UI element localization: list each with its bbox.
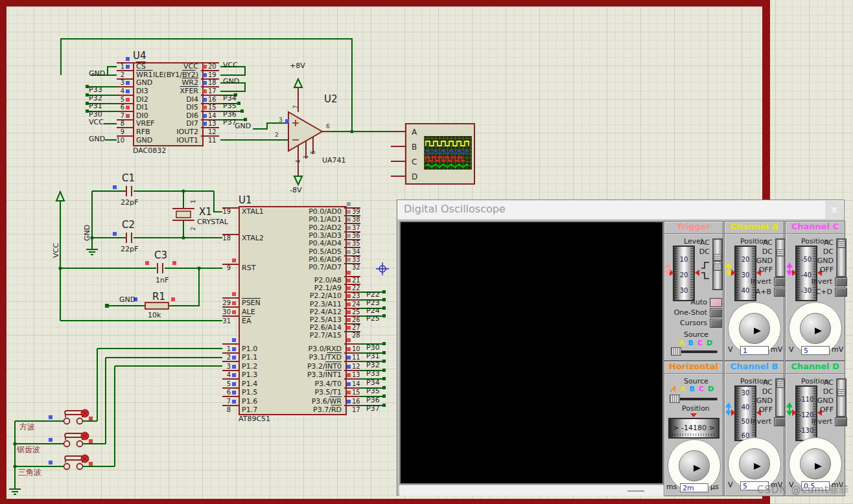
net-label: P23 (366, 299, 380, 307)
pin-label: P2.0/A8 (314, 276, 342, 284)
pin-number: 32 (352, 264, 360, 271)
pin-number: 7 (121, 112, 124, 119)
logic-state-square (347, 391, 351, 395)
channel-d-invert-button[interactable] (835, 417, 847, 426)
pin-label: P2.5/A13 (310, 315, 342, 324)
logic-state-square (347, 242, 351, 246)
pin-label: DI7 (186, 119, 198, 128)
trigger-edge-switch[interactable] (712, 260, 723, 290)
cursors-button[interactable] (710, 319, 722, 328)
pin-label: ALE (242, 308, 255, 316)
channel-c-gain-value[interactable]: 5 (801, 346, 830, 355)
resize-grip[interactable] (627, 490, 644, 492)
pin-row[interactable]: 3 P1.2 (136, 361, 239, 371)
logic-state-square (203, 81, 207, 85)
logic-state-square (347, 303, 351, 306)
pin-label: WR1 (136, 71, 153, 79)
horizontal-position-readout[interactable]: > -14180 > (668, 418, 719, 439)
logic-state-square (347, 271, 351, 275)
pin-label: P3.1/TXD (309, 353, 342, 361)
panel-trigger: Trigger Level 10 20 30 AC DC (664, 221, 723, 361)
pin-number: 27 (352, 324, 360, 331)
pin-stub (117, 70, 133, 71)
pin-row[interactable]: 19 XTAL1 (136, 208, 239, 216)
u2-pin7: 7 (292, 105, 299, 109)
proteus-canvas: U4 DAC0832 1 CS 2 GND WR1 (0, 0, 853, 504)
channel-c-invert-button[interactable] (835, 277, 847, 286)
pin-label: P2.1/A9 (314, 284, 342, 292)
pin-row[interactable]: 4 P1.3 (136, 371, 239, 380)
pin-number: 10 (352, 345, 360, 352)
logic-state-square (232, 347, 236, 351)
logic-state-square (347, 202, 351, 206)
timebase-value[interactable]: 2m (680, 483, 708, 492)
c-plus-d-button[interactable] (835, 288, 847, 297)
logic-state-square (232, 356, 236, 360)
button-label-triangle-wave: 三角波 (18, 467, 41, 478)
logic-state-square (126, 57, 130, 61)
net-label: P22 (366, 290, 380, 299)
pin-number: 30 (222, 308, 231, 315)
pin-number: 17 (352, 406, 360, 413)
u2-part: UA741 (322, 156, 346, 165)
pin-number: 23 (352, 292, 360, 299)
u4-part: DAC0832 (133, 146, 166, 155)
channel-a-coupling-switch[interactable] (775, 238, 786, 277)
pin-number: 29 (222, 299, 231, 306)
pin-number: 8 (227, 406, 231, 413)
net-label: P32 (366, 361, 380, 369)
level-pointer-right (695, 269, 699, 276)
timebase-knob[interactable]: ms 2m µs (665, 438, 723, 494)
pin-number: 16 (208, 96, 216, 103)
logic-state-square (203, 122, 207, 126)
pin-number: 12 (352, 363, 360, 370)
pin-label: EA (242, 317, 251, 325)
pin-label: VCC (183, 62, 198, 71)
channel-b-coupling-switch[interactable] (775, 378, 786, 417)
auto-button[interactable] (710, 298, 722, 307)
pin-label: DI4 (186, 95, 198, 104)
channel-c-coupling-switch[interactable] (836, 238, 847, 277)
pin-row[interactable]: 18 XTAL2 (136, 235, 239, 243)
net-terminal (382, 351, 386, 354)
button-graphics[interactable] (64, 409, 93, 470)
pin-number: 2 (227, 354, 231, 361)
logic-state-square (126, 65, 130, 69)
oscilloscope-component[interactable]: A B C D (405, 123, 475, 185)
pin-row[interactable]: 6 P1.5 (136, 388, 239, 397)
pin-number: 24 (352, 301, 360, 308)
pin-row[interactable]: 7 P1.6 (136, 396, 239, 406)
pin-row[interactable]: 8 VCC VREF (84, 120, 201, 128)
logic-state-square (347, 294, 351, 298)
pin-row[interactable]: 29 PSEN (136, 298, 239, 307)
trigger-source-slider[interactable] (671, 350, 718, 353)
pin-label: P0.4/AD4 (309, 239, 342, 247)
pin-row[interactable]: 8 P1.7 (136, 406, 239, 415)
logic-state-square (203, 114, 207, 118)
net-terminal (382, 377, 386, 380)
vcc-label-vertical: VCC (52, 243, 60, 258)
logic-state-square (126, 106, 130, 109)
channel-a-gain-value[interactable]: 1 (740, 346, 769, 355)
channel-c-gain-knob[interactable]: V 5 mV (786, 301, 845, 356)
c2-value: 22pF (121, 245, 138, 253)
pin-number: 21 (352, 277, 360, 284)
channel-d-coupling-switch[interactable] (836, 378, 847, 417)
pin-label: P2.7/A15 (310, 331, 342, 339)
horizontal-source-slider[interactable] (670, 398, 718, 400)
channel-a-gain-knob[interactable]: V 1 mV (725, 301, 784, 356)
net-label: P24 (366, 306, 380, 315)
pin-row[interactable]: 9 RST (136, 264, 239, 273)
pin-row[interactable]: 5 P1.4 (136, 379, 239, 388)
pin-number: 9 (121, 128, 124, 135)
close-icon[interactable]: × (825, 201, 843, 219)
pin-row[interactable]: 1 P1.0 (136, 344, 239, 353)
window-titlebar[interactable]: Digital Oscilloscope × (397, 200, 844, 220)
one-shot-button[interactable] (710, 308, 722, 317)
pin-row[interactable]: 2 P1.1 (136, 353, 239, 362)
pin-row[interactable]: 11 IOUT1 (201, 136, 318, 144)
pin-label: DI3 (136, 87, 148, 95)
logic-state-square (126, 89, 130, 93)
probe-pin-d: D (412, 172, 417, 181)
pin-label: VREF (136, 119, 154, 128)
